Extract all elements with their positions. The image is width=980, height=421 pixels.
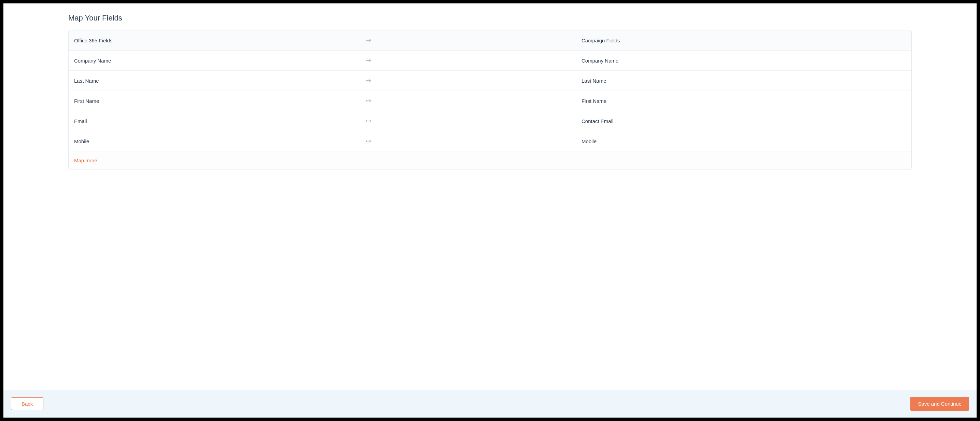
source-field-label: First Name (74, 98, 365, 104)
svg-point-10 (365, 140, 367, 142)
svg-point-2 (365, 60, 367, 61)
map-more-link[interactable]: Map more (74, 158, 97, 163)
table-row: Last Name Last Name (68, 71, 912, 91)
svg-point-6 (365, 100, 367, 102)
table-footer-row: Map more (68, 151, 912, 169)
map-arrow-icon (365, 38, 372, 42)
map-arrow-icon (365, 79, 372, 82)
source-field-label: Company Name (74, 58, 365, 64)
target-field-label: Company Name (582, 58, 906, 64)
target-field-label: Last Name (582, 78, 906, 84)
header-source-column: Office 365 Fields (74, 38, 365, 43)
target-field-label: First Name (582, 98, 906, 104)
table-row: Email Contact Email (68, 111, 912, 131)
table-row: Mobile Mobile (68, 131, 912, 151)
page-title: Map Your Fields (68, 14, 912, 22)
source-field-label: Email (74, 118, 365, 124)
field-mapping-table: Office 365 Fields Campaign Fields Compan… (68, 30, 912, 169)
svg-point-8 (365, 120, 367, 122)
map-arrow-icon (365, 99, 372, 102)
back-button[interactable]: Back (11, 397, 43, 410)
map-arrow-icon (365, 119, 372, 123)
table-header-row: Office 365 Fields Campaign Fields (68, 30, 912, 51)
target-field-label: Mobile (582, 139, 906, 144)
table-row: First Name First Name (68, 91, 912, 111)
map-arrow-icon (365, 59, 372, 62)
svg-point-4 (365, 80, 367, 81)
source-field-label: Last Name (74, 78, 365, 84)
header-target-column: Campaign Fields (582, 38, 906, 43)
header-mapping-arrow (365, 38, 582, 42)
svg-point-0 (365, 40, 367, 41)
table-row: Company Name Company Name (68, 51, 912, 71)
map-arrow-icon (365, 139, 372, 143)
source-field-label: Mobile (74, 139, 365, 144)
footer-action-bar: Back Save and Continue (3, 390, 977, 418)
save-continue-button[interactable]: Save and Continue (910, 397, 969, 411)
target-field-label: Contact Email (582, 118, 906, 124)
